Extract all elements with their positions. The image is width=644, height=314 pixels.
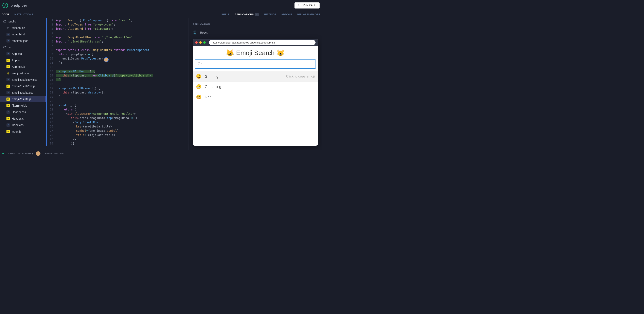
line-content: } [56,78,188,82]
line-number: 20 [46,99,56,103]
line-number: 19 [46,95,56,99]
js-file-icon: JS [6,104,10,107]
tab-applications[interactable]: APPLICATIONS1 [234,13,259,16]
css-file-icon: # [6,52,10,56]
folder-public[interactable]: public [0,18,46,25]
code-line[interactable]: 3import Clipboard from "clipboard"; [46,27,188,31]
code-line[interactable]: 24 {this.props.emojiData.map(emojiData =… [46,116,188,120]
status-bar: CONNECTED (DOMINIC) DOMINIC PHILLIPS [0,150,322,157]
emoji-search-input[interactable] [195,60,316,68]
window-maximize-icon[interactable] [203,41,206,44]
code-line[interactable]: 1import React, { PureComponent } from "r… [46,18,188,22]
tab-instructions[interactable]: INSTRUCTIONS [14,13,33,16]
file-App-js[interactable]: JSApp.js [0,57,46,64]
line-number: 26 [46,124,56,129]
code-line[interactable]: 2import PropTypes from "prop-types"; [46,22,188,27]
code-line[interactable]: 17 componentWillUnmount() { [46,86,188,90]
application-section-label: APPLICATION [193,18,318,29]
emoji-result-row[interactable]: 😀GrinningClick to copy emoji [193,72,318,82]
code-line[interactable]: 26 key={emojiData.title} [46,124,188,129]
code-line[interactable]: 10 emojiData: PropTypes.array [46,56,188,61]
window-minimize-icon[interactable] [199,41,202,44]
line-content: emojiData: PropTypes.array [56,56,188,61]
window-close-icon[interactable] [195,41,198,44]
line-number: 21 [46,103,56,108]
folder-src[interactable]: src [0,44,46,50]
app-name[interactable]: React [200,31,208,34]
line-number: 12 [46,65,56,69]
line-number: 28 [46,133,56,137]
code-line[interactable]: 19 } [46,95,188,99]
code-line[interactable]: 30 ))} [46,142,188,146]
line-number: 29 [46,137,56,142]
file-manifest-json[interactable]: #manifest.json [0,38,46,44]
code-line[interactable]: 11 }; [46,61,188,65]
css-file-icon: # [6,33,10,36]
line-number: 16 [46,82,56,86]
line-number: 15 [46,78,56,82]
code-line[interactable]: 15 } [46,78,188,82]
file-App-test-js[interactable]: JSApp.test.js [0,64,46,70]
code-line[interactable]: 13 componentDidMount() { [46,69,188,74]
file-Header-js[interactable]: JSHeader.js [0,115,46,122]
preview-pane: APPLICATION React https://pied-piper-agi… [188,18,322,150]
emoji-result-row[interactable]: 😄Grin [193,92,318,102]
css-file-icon: # [6,78,10,81]
code-line[interactable]: 7 [46,44,188,48]
code-line[interactable]: 22 return ( [46,108,188,112]
code-line[interactable]: 9 static propTypes = { [46,52,188,56]
user-name: DOMINIC PHILLIPS [44,152,64,155]
code-line[interactable]: 16 [46,82,188,86]
tab-addons[interactable]: ADDONS [281,13,292,16]
code-line[interactable]: 14 this.clipboard = new Clipboard(".copy… [46,74,188,78]
file-index-html[interactable]: #index.html [0,31,46,38]
tab-code[interactable]: CODE [2,13,9,16]
code-line[interactable]: 12 [46,65,188,69]
line-content [56,65,188,69]
code-line[interactable]: 25 <EmojiResultRow [46,120,188,124]
code-editor[interactable]: 1import React, { PureComponent } from "r… [46,18,188,150]
line-content: key={emojiData.title} [56,124,188,129]
file-emojiList-json[interactable]: {}emojiList.json [0,70,46,76]
code-line[interactable]: 5import EmojiResultRow from "./EmojiResu… [46,35,188,40]
line-number: 1 [46,18,56,22]
user-avatar[interactable] [36,151,40,156]
tab-hiring-manager[interactable]: HIRING MANAGER [297,13,320,16]
file-label: favicon.ico [12,26,25,30]
file-label: index.html [12,33,25,36]
line-content: componentWillUnmount() { [56,86,188,90]
line-content [56,31,188,35]
file-EmojiResultRow-js[interactable]: JSEmojiResultRow.js [0,83,46,90]
file-EmojiResults-css[interactable]: #EmojiResults.css [0,90,46,96]
code-line[interactable]: 8export default class EmojiResults exten… [46,48,188,52]
url-bar[interactable]: https://pied-piper-agitated-liskov-app6.… [209,40,316,45]
code-line[interactable]: 18 this.clipboard.destroy(); [46,90,188,95]
file-Header-css[interactable]: #Header.css [0,109,46,115]
file-EmojiResultRow-css[interactable]: #EmojiResultRow.css [0,76,46,83]
emoji-result-row[interactable]: 😬Grimacing [193,82,318,92]
code-line[interactable]: 20 [46,99,188,103]
emoji-icon: 😄 [196,94,202,100]
file-tree[interactable]: public▢favicon.ico#index.html#manifest.j… [0,18,46,150]
code-line[interactable]: 4 [46,31,188,35]
file-index-css[interactable]: #index.css [0,122,46,128]
tab-shell[interactable]: SHELL [221,13,230,16]
tab-settings[interactable]: SETTINGS [264,13,276,16]
file-EmojiResults-js[interactable]: JSEmojiResults.js [0,96,46,102]
line-content: import React, { PureComponent } from "re… [56,18,188,22]
topbar: piedpiper JOIN CALL [0,0,322,11]
file-filterEmoji-js[interactable]: JSfilterEmoji.js [0,102,46,109]
code-line[interactable]: 28 title={emojiData.title} [46,133,188,137]
join-call-button[interactable]: JOIN CALL [294,2,320,8]
browser-chrome: https://pied-piper-agitated-liskov-app6.… [193,39,318,46]
file-favicon-ico[interactable]: ▢favicon.ico [0,25,46,31]
code-line[interactable]: 27 symbol={emojiData.symbol} [46,129,188,133]
code-line[interactable]: 23 <div className="component-emoji-resul… [46,112,188,116]
file-label: emojiList.json [12,72,29,75]
line-content: <EmojiResultRow [56,120,188,124]
code-line[interactable]: 29 /> [46,137,188,142]
file-index-js[interactable]: JSindex.js [0,128,46,135]
file-App-css[interactable]: #App.css [0,50,46,57]
code-line[interactable]: 21 render() { [46,103,188,108]
code-line[interactable]: 6import "./EmojiResults.css"; [46,40,188,44]
